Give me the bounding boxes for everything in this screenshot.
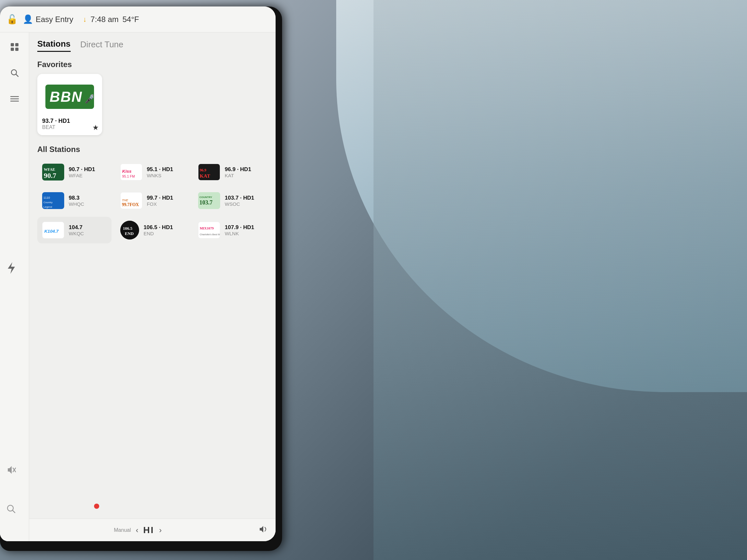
svg-text:90.7: 90.7 xyxy=(44,171,56,180)
station-item-wfae[interactable]: WFAE 90.7 90.7 · HD1 WFAE xyxy=(37,160,111,184)
car-interior xyxy=(374,0,747,560)
kiss-info: 95.1 · HD1 WNKS xyxy=(147,166,173,178)
k104-freq: 104.7 xyxy=(69,224,84,231)
right-chevron[interactable]: › xyxy=(159,526,162,535)
wfae-logo: WFAE 90.7 xyxy=(42,164,64,181)
kat-call: KAT xyxy=(225,173,251,178)
station-item-country[interactable]: COUNTRY 103.7 103.7 · HD1 WSOC xyxy=(193,188,267,213)
whqc-call: WHQC xyxy=(69,201,84,207)
favorite-card-bbn[interactable]: BBN 🎤 ★ 93.7 · HD1 BEAT xyxy=(37,74,102,135)
svg-text:99.7FOX: 99.7FOX xyxy=(122,202,139,207)
svg-line-5 xyxy=(16,74,18,77)
svg-text:🎤: 🎤 xyxy=(85,94,93,104)
left-chevron[interactable]: ‹ xyxy=(136,526,138,535)
svg-text:MIX1079: MIX1079 xyxy=(200,226,214,230)
svg-text:COUNTRY: COUNTRY xyxy=(199,196,212,199)
tab-direct-tune[interactable]: Direct Tune xyxy=(80,39,124,52)
station-item-fox[interactable]: THE 99.7FOX 99.7 · HD1 FOX xyxy=(115,188,190,213)
bbn-logo-container: BBN 🎤 xyxy=(42,79,97,114)
app-title: Easy Entry xyxy=(36,15,73,24)
svg-line-12 xyxy=(12,510,15,513)
k104-info: 104.7 WKQC xyxy=(69,224,84,236)
red-dot-indicator xyxy=(94,504,99,509)
user-info: 👤 Easy Entry xyxy=(23,14,73,24)
kiss-freq: 95.1 · HD1 xyxy=(147,166,173,173)
svg-text:96.9: 96.9 xyxy=(200,168,207,172)
status-bar: 🔓 👤 Easy Entry ↓ 7:48 am 54°F xyxy=(0,6,276,32)
lock-icon: 🔓 xyxy=(6,14,18,25)
download-icon: ↓ xyxy=(83,15,86,24)
svg-text:106.5: 106.5 xyxy=(123,226,133,231)
country-info: 103.7 · HD1 WSOC xyxy=(225,195,254,207)
favorites-section-title: Favorites xyxy=(37,60,267,69)
temperature-display: 54°F xyxy=(123,15,139,24)
bottom-bar: Manual ‹ HI › xyxy=(0,518,276,541)
fox-logo: THE 99.7FOX xyxy=(120,192,142,209)
bbn-logo: BBN 🎤 xyxy=(45,85,94,109)
svg-rect-1 xyxy=(15,43,19,46)
fox-call: FOX xyxy=(147,201,173,207)
station-item-k104[interactable]: K104.7 104.7 WKQC xyxy=(37,217,111,243)
end-freq: 106.5 · HD1 xyxy=(144,224,173,231)
tab-stations[interactable]: Stations xyxy=(37,39,71,52)
svg-text:THE: THE xyxy=(122,198,128,202)
screen-content: 🔓 👤 Easy Entry ↓ 7:48 am 54°F xyxy=(0,6,276,541)
svg-text:103.7: 103.7 xyxy=(199,199,213,206)
screen-bezel: 🔓 👤 Easy Entry ↓ 7:48 am 54°F xyxy=(0,6,282,551)
wfae-freq: 90.7 · HD1 xyxy=(69,166,95,173)
kat-freq: 96.9 · HD1 xyxy=(225,166,251,173)
end-info: 106.5 · HD1 END xyxy=(144,224,173,236)
favorites-row: BBN 🎤 ★ 93.7 · HD1 BEAT xyxy=(37,74,267,135)
svg-text:Kiss: Kiss xyxy=(122,169,132,174)
mix-info: 107.9 · HD1 WLNK xyxy=(225,224,254,236)
kiss-logo: Kiss 95.1 FM xyxy=(120,164,142,181)
search-bottom-icon[interactable] xyxy=(6,504,16,515)
station-item-end[interactable]: 106.5 END 106.5 · HD1 END xyxy=(115,217,190,243)
volume-icon[interactable] xyxy=(258,525,267,536)
sidebar-icon-search[interactable] xyxy=(6,65,23,81)
country-call: WSOC xyxy=(225,201,254,207)
fox-info: 99.7 · HD1 FOX xyxy=(147,195,173,207)
country-logo: COUNTRY 103.7 xyxy=(198,192,220,209)
station-item-whqc[interactable]: 1110 Country Legend 98.3 WHQC xyxy=(37,188,111,213)
svg-text:95.1 FM: 95.1 FM xyxy=(122,175,135,178)
mix-logo: MIX1079 Charlotte's Best Mix xyxy=(198,222,220,239)
svg-rect-2 xyxy=(11,48,14,51)
svg-text:WFAE: WFAE xyxy=(44,167,55,172)
fox-freq: 99.7 · HD1 xyxy=(147,195,173,201)
station-item-kiss[interactable]: Kiss 95.1 FM 95.1 · HD1 WNKS xyxy=(115,160,190,184)
svg-text:BBN: BBN xyxy=(50,89,82,105)
user-icon: 👤 xyxy=(23,14,33,24)
sidebar-icon-grid[interactable] xyxy=(6,39,23,55)
whqc-info: 98.3 WHQC xyxy=(69,195,84,207)
lightning-icon[interactable] xyxy=(6,262,16,276)
end-logo: 106.5 END xyxy=(120,221,139,239)
k104-logo: K104.7 xyxy=(42,222,64,239)
favorite-star-icon: ★ xyxy=(93,124,99,132)
whqc-freq: 98.3 xyxy=(69,195,84,201)
kat-logo: 96.9 KAT xyxy=(198,164,220,181)
time-weather: ↓ 7:48 am 54°F xyxy=(83,15,139,24)
wfae-info: 90.7 · HD1 WFAE xyxy=(69,166,95,178)
time-display: 7:48 am xyxy=(91,15,119,24)
end-call: END xyxy=(144,231,173,236)
svg-text:K104.7: K104.7 xyxy=(45,229,59,234)
station-item-mix[interactable]: MIX1079 Charlotte's Best Mix 107.9 · HD1… xyxy=(193,217,267,243)
svg-text:END: END xyxy=(125,231,134,236)
mute-icon[interactable] xyxy=(6,465,16,476)
station-item-kat[interactable]: 96.9 KAT 96.9 · HD1 KAT xyxy=(193,160,267,184)
svg-text:Country: Country xyxy=(44,201,53,204)
mix-freq: 107.9 · HD1 xyxy=(225,224,254,231)
svg-text:1110: 1110 xyxy=(44,196,50,199)
manual-label: Manual xyxy=(114,527,131,533)
sidebar xyxy=(0,32,29,541)
favorite-freq: 93.7 · HD1 xyxy=(42,118,97,125)
favorite-name: BEAT xyxy=(42,125,97,130)
svg-text:Charlotte's Best Mix: Charlotte's Best Mix xyxy=(200,233,220,236)
kat-info: 96.9 · HD1 KAT xyxy=(225,166,251,178)
svg-text:KAT: KAT xyxy=(200,173,210,179)
sidebar-icon-menu[interactable] xyxy=(6,91,23,107)
tab-bar: Stations Direct Tune xyxy=(37,39,267,52)
country-freq: 103.7 · HD1 xyxy=(225,195,254,201)
radio-content: Stations Direct Tune Favorites BBN xyxy=(29,32,276,541)
